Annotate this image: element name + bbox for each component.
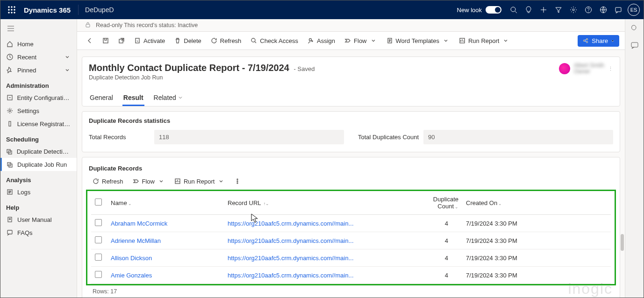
nav-logs[interactable]: Logs — [0, 185, 77, 199]
tab-general[interactable]: General — [89, 90, 114, 106]
nav-settings[interactable]: Settings — [0, 104, 77, 117]
svg-rect-27 — [103, 38, 108, 43]
record-name-link[interactable]: Adrienne McMillan — [111, 237, 161, 244]
svg-rect-41 — [631, 43, 638, 47]
tab-related[interactable]: Related — [153, 90, 184, 106]
svg-point-36 — [587, 42, 588, 43]
globe-icon[interactable] — [596, 0, 611, 19]
svg-point-10 — [572, 9, 574, 11]
nav-dup-job-run[interactable]: Duplicate Job Run — [0, 158, 77, 171]
record-name-link[interactable]: Allison Dickson — [111, 255, 152, 262]
scrollbar-thumb[interactable] — [621, 234, 624, 251]
record-name-link[interactable]: Abraham McCormick — [111, 220, 167, 227]
record-url-link[interactable]: https://org210aafc5.crm.dynamics.com//ma… — [228, 255, 354, 262]
record-name-link[interactable]: Amie Gonzales — [111, 272, 152, 279]
nav-recent[interactable]: Recent — [0, 50, 77, 64]
table-row[interactable]: Amie Gonzaleshttps://org210aafc5.crm.dyn… — [91, 267, 611, 284]
nav-entity-config[interactable]: Entity Configurations — [0, 91, 77, 104]
form-tabs: General Result Related — [89, 90, 613, 106]
svg-point-34 — [584, 40, 585, 42]
nav-home[interactable]: Home — [0, 37, 77, 50]
user-avatar[interactable]: ES — [628, 4, 640, 16]
row-checkbox[interactable] — [95, 254, 102, 261]
table-row[interactable]: Allison Dicksonhttps://org210aafc5.crm.d… — [91, 249, 611, 267]
col-count[interactable]: Duplicate Count⌄ — [411, 191, 462, 215]
app-launcher-icon[interactable] — [4, 0, 19, 19]
chat-icon[interactable] — [630, 41, 639, 51]
filter-icon[interactable] — [551, 0, 566, 19]
assign-button[interactable]: Assign — [304, 35, 339, 46]
settings-icon[interactable] — [566, 0, 581, 19]
owner-field[interactable]: Albert Smith Owner ⋮ — [559, 63, 613, 75]
share-button[interactable]: Share — [578, 35, 619, 47]
nav-collapse-icon[interactable] — [0, 24, 77, 37]
table-row[interactable]: Adrienne McMillanhttps://org210aafc5.crm… — [91, 232, 611, 249]
app-name[interactable]: DeDupeD — [81, 6, 117, 14]
search-icon[interactable] — [506, 0, 521, 19]
table-row[interactable]: Abraham McCormickhttps://org210aafc5.crm… — [91, 215, 611, 232]
record-header: Monthly Contact Duplicate Report - 7/19/… — [82, 57, 620, 106]
activate-button[interactable]: Activate — [130, 35, 169, 46]
svg-point-31 — [309, 39, 312, 41]
flow-button[interactable]: Flow — [341, 35, 380, 46]
toggle-switch-icon[interactable] — [486, 6, 501, 14]
col-name[interactable]: Name⌄ — [107, 191, 224, 215]
nav-dup-detection[interactable]: Duplicate Detection ... — [0, 145, 77, 158]
nav-header-help: Help — [0, 199, 77, 213]
record-url-link[interactable]: https://org210aafc5.crm.dynamics.com//ma… — [228, 220, 354, 227]
nav-pinned[interactable]: Pinned — [0, 64, 77, 77]
select-all-checkbox[interactable] — [95, 199, 102, 206]
save-status: - Saved — [294, 65, 315, 72]
total-duplicates-label: Total Duplicates Count — [358, 134, 423, 141]
svg-point-4 — [11, 9, 13, 11]
record-url-link[interactable]: https://org210aafc5.crm.dynamics.com//ma… — [228, 272, 354, 279]
owner-avatar-icon — [559, 63, 570, 74]
svg-point-38 — [237, 179, 238, 180]
nav-license[interactable]: License Registration — [0, 117, 77, 130]
copilot-icon[interactable] — [630, 24, 639, 34]
back-button[interactable] — [83, 35, 97, 46]
delete-button[interactable]: Delete — [171, 35, 205, 46]
svg-rect-25 — [7, 230, 12, 234]
nav-header-administration: Administration — [0, 77, 77, 91]
duplicate-count: 4 — [411, 267, 462, 284]
save-icon-button[interactable] — [99, 35, 113, 46]
nav-faqs[interactable]: FAQs — [0, 226, 77, 239]
col-created[interactable]: Created On⌄ — [462, 191, 611, 215]
messages-icon[interactable] — [611, 0, 626, 19]
add-icon[interactable] — [536, 0, 551, 19]
new-look-toggle[interactable]: New look — [457, 6, 501, 14]
row-checkbox[interactable] — [95, 271, 102, 278]
refresh-button[interactable]: Refresh — [207, 35, 245, 46]
stats-title: Duplicate Records statistics — [82, 112, 620, 126]
word-templates-button[interactable]: Word Templates — [383, 35, 453, 46]
nav-user-manual[interactable]: User Manual — [0, 213, 77, 226]
row-checkbox[interactable] — [95, 236, 102, 243]
logs-icon — [6, 188, 14, 196]
svg-point-30 — [251, 38, 255, 42]
help-icon[interactable] — [581, 0, 596, 19]
created-on: 7/19/2024 3:30 PM — [462, 232, 611, 249]
grid-refresh-button[interactable]: Refresh — [89, 176, 127, 187]
grid-more-button[interactable] — [230, 176, 244, 186]
chevron-down-icon — [64, 66, 71, 74]
chevron-down-icon[interactable]: ⋮ — [608, 66, 613, 72]
svg-point-8 — [14, 12, 15, 14]
brand-title[interactable]: Dynamics 365 — [19, 6, 75, 14]
chevron-down-icon — [611, 37, 615, 44]
col-url[interactable]: Record URL ↑⌄ — [224, 191, 411, 215]
entity-name: Duplicate Detection Job Run — [89, 74, 315, 81]
lightbulb-icon[interactable] — [521, 0, 536, 19]
tab-result[interactable]: Result — [122, 90, 144, 106]
grid-footer: Rows: 17 — [82, 285, 620, 298]
record-url-link[interactable]: https://org210aafc5.crm.dynamics.com//ma… — [228, 237, 354, 244]
run-report-button[interactable]: Run Report — [455, 35, 513, 46]
readonly-text: Read-only This record's status: Inactive — [96, 22, 198, 28]
grid-flow-button[interactable]: Flow — [129, 176, 169, 187]
duplicate-count: 4 — [411, 249, 462, 267]
svg-point-39 — [237, 181, 238, 182]
row-checkbox[interactable] — [95, 219, 102, 226]
grid-run-report-button[interactable]: Run Report — [171, 176, 229, 187]
open-new-button[interactable] — [114, 35, 129, 46]
check-access-button[interactable]: Check Access — [247, 35, 302, 46]
